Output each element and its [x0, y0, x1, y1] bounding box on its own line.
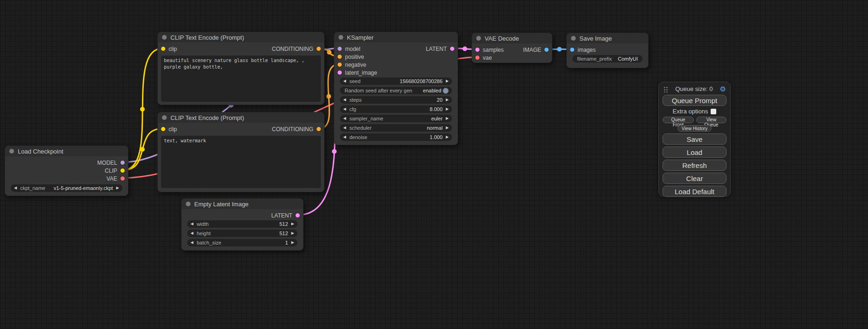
- decrement-arrow-icon[interactable]: ◀: [14, 186, 17, 190]
- input-slot-latent-image[interactable]: latent_image: [337, 70, 377, 76]
- view-queue-button[interactable]: View Queue: [696, 117, 727, 123]
- prompt-textarea[interactable]: beautiful scenery nature glass bottle la…: [161, 56, 321, 102]
- widget-width[interactable]: ◀ width 512 ▶: [187, 220, 297, 228]
- save-button[interactable]: Save: [663, 133, 727, 145]
- increment-arrow-icon[interactable]: ▶: [116, 186, 119, 190]
- decrement-arrow-icon[interactable]: ◀: [343, 135, 346, 139]
- widget-scheduler[interactable]: ◀ scheduler normal ▶: [340, 124, 452, 132]
- input-slot-positive[interactable]: positive: [337, 54, 364, 60]
- collapse-dot-icon[interactable]: [186, 202, 191, 206]
- output-slot-latent[interactable]: LATENT: [426, 46, 455, 52]
- node-vae-decode[interactable]: VAE Decode samples IMAGE vae: [472, 33, 552, 63]
- input-slot-vae[interactable]: vae: [475, 55, 492, 61]
- port-samples-input[interactable]: [475, 47, 480, 52]
- port-latent-image-input[interactable]: [337, 70, 342, 75]
- decrement-arrow-icon[interactable]: ◀: [343, 98, 346, 102]
- node-empty-latent-image[interactable]: Empty Latent Image LATENT ◀ width 512 ▶ …: [181, 198, 303, 251]
- increment-arrow-icon[interactable]: ▶: [446, 98, 449, 102]
- node-ksampler[interactable]: KSampler model LATENT positive: [334, 32, 458, 145]
- node-load-checkpoint[interactable]: Load Checkpoint MODEL CLIP VAE: [5, 146, 128, 196]
- widget-cfg[interactable]: ◀ cfg 8.000 ▶: [340, 105, 452, 113]
- increment-arrow-icon[interactable]: ▶: [446, 135, 449, 139]
- port-latent-output[interactable]: [295, 213, 300, 218]
- drag-handle-icon[interactable]: [663, 86, 668, 92]
- extra-options-checkbox[interactable]: [711, 109, 716, 114]
- widget-height[interactable]: ◀ height 512 ▶: [187, 230, 297, 237]
- increment-arrow-icon[interactable]: ▶: [446, 117, 449, 120]
- decrement-arrow-icon[interactable]: ◀: [343, 126, 346, 130]
- widget-batch-size[interactable]: ◀ batch_size 1 ▶: [187, 239, 297, 246]
- node-title-bar[interactable]: Save Image: [567, 33, 648, 43]
- output-slot-conditioning[interactable]: CONDITIONING: [272, 46, 321, 52]
- widget-sampler-name[interactable]: ◀ sampler_name euler ▶: [340, 115, 452, 122]
- output-slot-clip[interactable]: CLIP: [105, 168, 125, 174]
- node-title-bar[interactable]: VAE Decode: [472, 33, 552, 43]
- port-image-output[interactable]: [544, 47, 549, 52]
- increment-arrow-icon[interactable]: ▶: [291, 231, 294, 235]
- port-vae-input[interactable]: [475, 55, 480, 60]
- port-positive-input[interactable]: [337, 54, 342, 59]
- widget-random-seed-toggle[interactable]: Random seed after every gen enabled: [340, 87, 452, 94]
- collapse-dot-icon[interactable]: [476, 36, 481, 41]
- increment-arrow-icon[interactable]: ▶: [291, 241, 294, 245]
- load-button[interactable]: Load: [663, 147, 727, 158]
- input-slot-images[interactable]: images: [570, 47, 596, 53]
- input-slot-clip[interactable]: clip: [161, 46, 177, 52]
- decrement-arrow-icon[interactable]: ◀: [343, 117, 346, 120]
- collapse-dot-icon[interactable]: [9, 149, 14, 154]
- port-vae-output[interactable]: [120, 176, 125, 181]
- decrement-arrow-icon[interactable]: ◀: [191, 231, 193, 235]
- output-slot-image[interactable]: IMAGE: [523, 47, 549, 53]
- port-conditioning-output[interactable]: [316, 46, 321, 51]
- node-save-image[interactable]: Save Image images filename_prefix ComfyU…: [566, 33, 649, 68]
- output-slot-latent[interactable]: LATENT: [271, 212, 300, 219]
- widget-filename-prefix[interactable]: filename_prefix ComfyUI: [572, 55, 642, 63]
- widget-steps[interactable]: ◀ steps 20 ▶: [340, 96, 452, 104]
- settings-gear-icon[interactable]: ⚙: [720, 85, 726, 92]
- node-title-bar[interactable]: KSampler: [334, 32, 458, 42]
- node-title-bar[interactable]: CLIP Text Encode (Prompt): [158, 112, 324, 123]
- input-slot-model[interactable]: model: [337, 46, 360, 52]
- node-title-bar[interactable]: Empty Latent Image: [182, 199, 303, 209]
- port-latent-output[interactable]: [450, 46, 455, 51]
- port-conditioning-output[interactable]: [316, 126, 321, 132]
- port-model-output[interactable]: [120, 160, 125, 165]
- widget-ckpt-name[interactable]: ◀ ckpt_name v1-5-pruned-emaonly.ckpt ▶: [11, 184, 122, 192]
- port-clip-input[interactable]: [161, 46, 166, 51]
- queue-prompt-button[interactable]: Queue Prompt: [663, 95, 727, 106]
- collapse-dot-icon[interactable]: [162, 115, 167, 120]
- queue-front-button[interactable]: Queue Front: [663, 117, 694, 123]
- widget-seed[interactable]: ◀ seed 156680208700286 ▶: [340, 77, 452, 85]
- node-clip-text-encode-positive[interactable]: CLIP Text Encode (Prompt) clip CONDITION…: [157, 32, 325, 105]
- port-clip-output[interactable]: [120, 168, 125, 173]
- input-slot-negative[interactable]: negative: [337, 62, 366, 68]
- collapse-dot-icon[interactable]: [162, 35, 167, 40]
- node-clip-text-encode-negative[interactable]: CLIP Text Encode (Prompt) clip CONDITION…: [157, 112, 325, 192]
- load-default-button[interactable]: Load Default: [663, 186, 727, 197]
- increment-arrow-icon[interactable]: ▶: [446, 107, 449, 111]
- refresh-button[interactable]: Refresh: [663, 160, 727, 171]
- output-slot-conditioning[interactable]: CONDITIONING: [272, 126, 321, 133]
- decrement-arrow-icon[interactable]: ◀: [191, 241, 193, 245]
- collapse-dot-icon[interactable]: [571, 36, 576, 41]
- input-slot-clip[interactable]: clip: [161, 126, 177, 133]
- prompt-textarea[interactable]: text, watermark: [161, 136, 321, 188]
- decrement-arrow-icon[interactable]: ◀: [191, 222, 193, 226]
- input-slot-samples[interactable]: samples: [475, 47, 504, 53]
- increment-arrow-icon[interactable]: ▶: [291, 222, 294, 226]
- output-slot-model[interactable]: MODEL: [97, 160, 125, 166]
- clear-button[interactable]: Clear: [663, 173, 727, 184]
- node-graph-canvas[interactable]: Load Checkpoint MODEL CLIP VAE: [0, 0, 868, 329]
- port-model-input[interactable]: [337, 46, 342, 51]
- port-negative-input[interactable]: [337, 62, 342, 67]
- node-title-bar[interactable]: CLIP Text Encode (Prompt): [158, 32, 324, 42]
- widget-denoise[interactable]: ◀ denoise 1.000 ▶: [340, 133, 452, 141]
- node-title-bar[interactable]: Load Checkpoint: [5, 146, 128, 156]
- collapse-dot-icon[interactable]: [339, 35, 343, 40]
- output-slot-vae[interactable]: VAE: [106, 175, 125, 182]
- increment-arrow-icon[interactable]: ▶: [446, 79, 449, 83]
- decrement-arrow-icon[interactable]: ◀: [343, 79, 346, 83]
- port-images-input[interactable]: [570, 47, 575, 52]
- increment-arrow-icon[interactable]: ▶: [446, 126, 449, 130]
- seed-toggle-knob-icon[interactable]: [443, 88, 449, 94]
